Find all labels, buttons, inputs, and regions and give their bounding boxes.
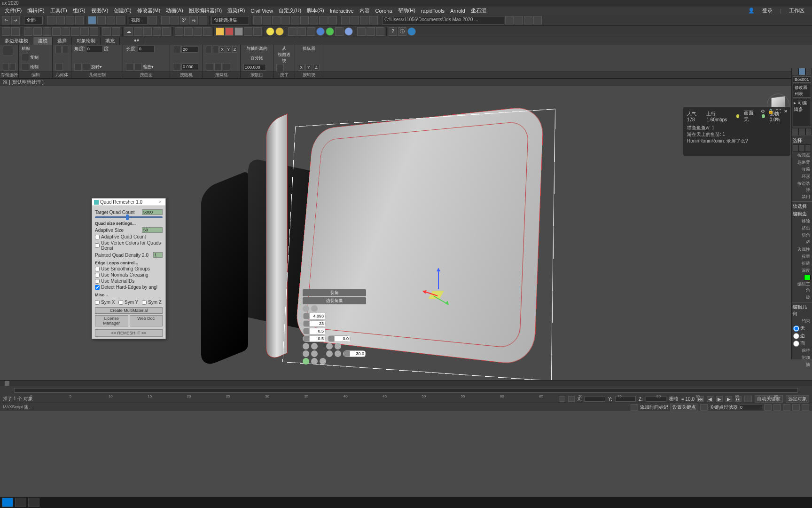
nav-pan-icon[interactable] <box>773 404 781 411</box>
t2-3-icon[interactable] <box>24 27 32 36</box>
con-edge[interactable]: 边 <box>793 332 811 340</box>
viewport-scrollbar[interactable] <box>0 380 812 386</box>
extrude-btn[interactable]: 挤出 <box>793 225 811 232</box>
named-sel-set[interactable]: 创建选择集 <box>211 16 249 24</box>
t2-34-icon[interactable] <box>335 27 344 36</box>
caddy-miter[interactable] <box>328 335 351 342</box>
preserve[interactable]: 保持 <box>793 347 811 354</box>
menu-content[interactable]: 内容 <box>357 7 373 14</box>
material-editor-icon[interactable] <box>300 16 309 24</box>
weight[interactable]: 权重 <box>793 253 811 260</box>
len-1-icon[interactable] <box>126 63 133 71</box>
file-path[interactable]: C:\Users\11056\Documents\3ds Max 2020 ..… <box>382 16 504 24</box>
chamfer-btn[interactable]: 切角 <box>793 232 811 239</box>
length-input[interactable] <box>138 46 155 52</box>
giz-x[interactable]: X <box>298 64 304 71</box>
spinner-snap-icon[interactable] <box>199 16 207 24</box>
redo-icon[interactable] <box>11 16 20 24</box>
attach[interactable]: 附加 <box>793 354 811 361</box>
sphere-gold-icon[interactable] <box>216 27 224 36</box>
copy-icon[interactable] <box>22 54 29 61</box>
help-icon[interactable]: ? <box>389 27 397 36</box>
stack-show-icon[interactable] <box>798 128 805 135</box>
render-icon[interactable] <box>328 16 337 24</box>
edittri[interactable]: 编辑三角 <box>793 281 811 294</box>
angle-snap-icon[interactable]: 3° <box>180 16 188 24</box>
caddy-segments-input[interactable] <box>310 321 325 326</box>
time-track[interactable]: 0 5 10 15 20 25 30 35 40 45 50 55 60 65 … <box>14 388 798 393</box>
caddy-opt2-icon[interactable] <box>311 343 318 349</box>
rot-1-icon[interactable] <box>74 63 82 71</box>
link-pct[interactable] <box>243 64 266 71</box>
off-1-icon[interactable] <box>173 46 180 53</box>
curve-editor-icon[interactable] <box>281 16 290 24</box>
object-name-field[interactable]: Box001 <box>793 76 811 83</box>
coord-z[interactable] <box>646 396 666 402</box>
t2-29-icon[interactable] <box>288 27 297 36</box>
iso-sel-icon[interactable] <box>568 396 575 402</box>
axis-z[interactable]: Z <box>232 46 237 53</box>
ignore-back[interactable]: 忽略背 <box>793 159 811 166</box>
angle-input[interactable] <box>86 46 103 52</box>
t2-26-icon[interactable] <box>253 27 262 36</box>
t2-14-icon[interactable] <box>134 27 142 36</box>
quad-remesher-dialog[interactable]: Quad Remesher 1.0 × Target Quad Count Qu… <box>92 198 166 339</box>
detect-chk[interactable]: Detect Hard-Edges by angl <box>95 285 163 290</box>
sb-2-icon[interactable] <box>700 404 708 411</box>
menu-view[interactable]: 视图(V) <box>88 7 111 14</box>
select-place-icon[interactable] <box>116 16 125 24</box>
t2-4-icon[interactable] <box>33 27 42 36</box>
caddy-amount[interactable] <box>303 313 326 319</box>
geo-3-icon[interactable] <box>55 63 63 71</box>
t2-12-icon[interactable] <box>112 27 120 36</box>
t2-5-icon[interactable] <box>43 27 51 36</box>
caddy-apply-icon[interactable] <box>311 358 318 365</box>
start-button[interactable] <box>2 498 13 507</box>
t2-25-icon[interactable] <box>244 27 252 36</box>
offset-bot[interactable] <box>181 64 198 70</box>
caddy-thresh[interactable] <box>343 350 366 357</box>
t2-16-icon[interactable] <box>153 27 161 36</box>
from-icon[interactable] <box>276 64 284 71</box>
modifier-list[interactable]: 修改器列表 <box>793 84 811 98</box>
t2-9-icon[interactable] <box>80 27 89 36</box>
symz-chk[interactable]: Sym Z <box>142 300 163 305</box>
menu-graph[interactable]: 图形编辑器(D) <box>186 7 225 14</box>
so-vertex-icon[interactable] <box>793 144 799 152</box>
menu-file[interactable]: 文件(F) <box>2 7 24 14</box>
window-crossing-icon[interactable] <box>75 16 84 24</box>
edge-color-swatch[interactable] <box>804 275 811 280</box>
editedge-rollout[interactable]: 编辑边 <box>793 210 811 218</box>
time-config-icon[interactable] <box>764 404 772 411</box>
webdoc-button[interactable]: Web Doc <box>130 315 163 326</box>
ax1-icon[interactable] <box>206 46 212 53</box>
rtab-poly[interactable]: 多边形建模 <box>0 37 33 45</box>
transform-gizmo[interactable] <box>414 269 451 316</box>
mirror-icon[interactable] <box>253 16 262 24</box>
caddy-type-icon[interactable] <box>303 305 309 312</box>
rtab-dot[interactable]: ●▾ <box>129 37 144 45</box>
menu-create[interactable]: 创建(C) <box>111 7 134 14</box>
menu-script[interactable]: 脚本(S) <box>304 7 327 14</box>
disable-btn[interactable]: 禁用 <box>793 193 811 200</box>
new-icon[interactable] <box>524 16 532 24</box>
caddy-opt1-icon[interactable] <box>303 343 309 349</box>
render-setup-icon[interactable] <box>310 16 318 24</box>
sphere-red-icon[interactable] <box>225 27 234 36</box>
viewport[interactable]: 切角 边切角量 <box>0 86 812 380</box>
sel-rollout[interactable]: 选择 <box>793 137 811 144</box>
geo-2-icon[interactable] <box>62 46 69 53</box>
t2-2-icon[interactable] <box>11 27 20 36</box>
select-rotate-icon[interactable] <box>97 16 106 24</box>
render-frame-icon[interactable] <box>319 16 328 24</box>
ax2-icon[interactable] <box>213 46 219 53</box>
tool-b-icon[interactable] <box>351 16 359 24</box>
caddy-opt4-icon[interactable] <box>335 343 341 349</box>
tool-d-icon[interactable] <box>369 16 378 24</box>
menu-corona[interactable]: Corona <box>373 8 395 14</box>
target-count-input[interactable] <box>142 209 163 215</box>
caddy-smooth1-icon[interactable] <box>303 350 309 357</box>
nav-zoom-icon[interactable] <box>783 404 790 411</box>
set-key-button[interactable]: 设置关键点 <box>670 404 698 411</box>
geo-1-icon[interactable] <box>55 46 62 53</box>
